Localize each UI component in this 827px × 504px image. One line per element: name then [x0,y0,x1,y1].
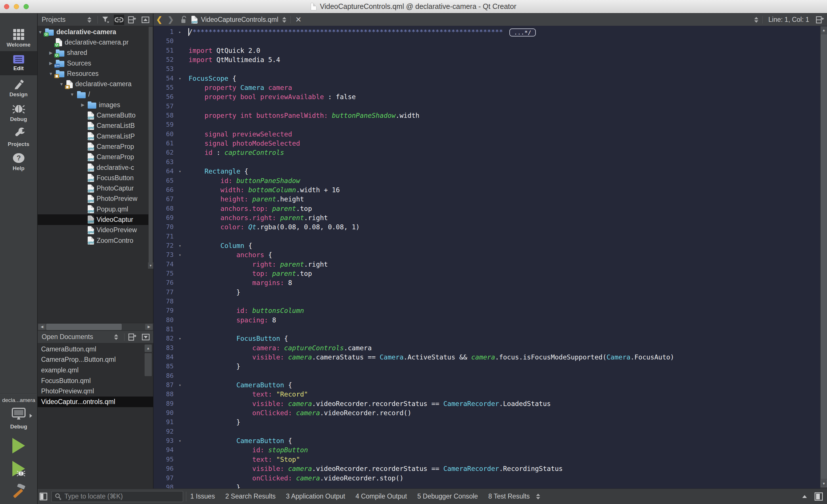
code-text: height: parent.height [186,195,304,204]
scroll-right-button[interactable]: ▶ [145,324,153,330]
fold-marker-icon[interactable]: ▾ [174,436,186,445]
run-button[interactable] [0,438,37,453]
tree-row[interactable]: ▼Qtdeclarative-camera [38,27,148,37]
line-number: 60 [153,130,174,139]
projects-panel-title[interactable]: Projects [42,16,65,23]
scroll-left-button[interactable]: ◀ [38,324,46,330]
tree-row[interactable]: ▼▦declarative-camera [38,79,148,89]
hscroll-thumb[interactable] [46,324,121,330]
code-text: width: bottomColumn.width + 16 [186,185,340,195]
fold-marker-icon[interactable]: ▾ [174,381,186,390]
editor-vertical-scrollbar[interactable]: ▲ ▼ [820,26,827,489]
code-editor[interactable]: 1▸/*************************************… [153,26,820,489]
scroll-down-button[interactable]: ▼ [821,480,827,487]
expanded-arrow-icon[interactable]: ▼ [67,92,77,97]
output-pane-tab[interactable]: 8 Test Results [488,493,530,500]
mode-projects[interactable]: Projects [0,125,37,149]
tree-row[interactable]: qmlPhotoCaptur [38,183,148,193]
fold-marker-icon[interactable]: ▾ [174,250,186,259]
open-document-item[interactable]: VideoCaptur...ontrols.qml [38,397,153,407]
output-pane-tab[interactable]: 5 Debugger Console [418,493,478,500]
open-document-item[interactable]: FocusButton.qml [38,375,153,386]
close-document-button[interactable]: ✕ [295,15,301,24]
output-pane-tab[interactable]: 3 Application Output [286,493,345,500]
tree-row[interactable]: qmlVideoPreview [38,225,148,235]
toggle-left-sidebar-button[interactable] [39,493,47,501]
open-document-item[interactable]: CameraButton.qml [38,344,153,355]
collapsed-arrow-icon[interactable]: ▶ [78,102,88,107]
split-icon[interactable] [127,15,137,25]
doclist-scroll-up-button[interactable]: ▲ [145,345,152,352]
sync-with-editor-icon[interactable] [114,15,124,25]
tree-row[interactable]: Qtdeclarative-camera.pr [38,37,148,47]
tree-horizontal-scrollbar[interactable]: ◀ ▶ [38,323,153,331]
tree-vertical-scrollbar[interactable] [149,27,153,262]
tree-row[interactable]: qmlPopup.qml [38,204,148,214]
open-document-item[interactable]: example.qml [38,365,153,375]
tree-row[interactable]: qmlVideoCaptur [38,214,148,225]
tree-row[interactable]: qmlCameraProp [38,152,148,162]
output-panes-dropdown-icon[interactable] [536,494,540,499]
tree-row[interactable]: qmlPhotoPreview [38,194,148,204]
tree-row[interactable]: qmldeclarative-c [38,162,148,173]
output-pane-tab[interactable]: 4 Compile Output [355,493,407,500]
split-editor-icon[interactable] [815,15,825,25]
tree-row[interactable]: ▶C++Sources [38,58,148,68]
fold-marker-icon[interactable]: ▾ [174,167,186,176]
tree-row[interactable]: qmlZoomContro [38,235,148,246]
open-documents-title[interactable]: Open Documents [42,333,93,341]
open-document-item[interactable]: PhotoPreview.qml [38,386,153,397]
tree-row[interactable]: qmlCameraListP [38,131,148,141]
filter-icon[interactable] [101,15,111,25]
code-line: 64▾ Rectangle { [153,167,820,176]
doclist-vertical-scrollbar[interactable] [145,353,152,376]
tree-item-label: declarative-c [97,164,134,171]
split-icon[interactable] [127,332,138,342]
fold-spacer [174,464,186,473]
code-text [186,157,189,167]
tree-row[interactable]: ▼/ [38,89,148,100]
tree-row[interactable]: ▼▦Resources [38,68,148,79]
folder-icon [88,101,96,109]
go-back-button[interactable]: ❮ [153,15,165,24]
vscroll-thumb[interactable] [821,34,827,479]
mode-debug[interactable]: Debug [0,101,37,125]
collapsed-comment-badge[interactable]: ...*/ [509,29,536,37]
mode-help[interactable]: ? Help [0,150,37,174]
fold-marker-icon[interactable]: ▸ [174,27,186,37]
fold-marker-icon[interactable]: ▾ [174,241,186,250]
code-line: 69 anchors.right: parent.right [153,213,820,222]
debug-run-button[interactable] [0,461,37,476]
cursor-position-dropdown-icon[interactable] [754,17,758,23]
mode-edit[interactable]: Edit [0,51,37,75]
output-pane-tab[interactable]: 2 Search Results [225,493,276,500]
document-selector[interactable]: qml VideoCaptureControls.qml [191,16,278,23]
tree-row[interactable]: qmlCameraProp [38,141,148,152]
kit-selector[interactable] [0,407,37,421]
locator-search[interactable] [51,491,183,502]
fold-marker-icon[interactable]: ▾ [174,74,186,83]
build-button[interactable] [0,484,37,500]
close-panel-icon[interactable] [141,332,151,342]
expand-output-pane-icon[interactable] [802,495,807,498]
document-dropdown-icon[interactable] [282,17,286,23]
cursor-position[interactable]: Line: 1, Col: 1 [768,16,809,23]
tree-scroll-down-button[interactable]: ▼ [148,262,153,269]
tree-row[interactable]: ▶images [38,100,148,110]
mode-welcome[interactable]: Welcome [0,27,37,51]
go-forward-button[interactable]: ❯ [165,15,177,24]
collapse-panel-icon[interactable] [140,15,151,25]
mode-design[interactable]: Design [0,76,37,100]
tree-row[interactable]: ▶Qtshared [38,48,148,58]
scroll-up-button[interactable]: ▲ [821,27,827,34]
output-pane-tab[interactable]: 1 Issues [190,493,215,500]
search-input[interactable] [64,493,171,500]
sort-icon[interactable] [84,15,95,25]
fold-marker-icon[interactable]: ▾ [174,334,186,343]
tree-row[interactable]: qmlFocusButton [38,173,148,183]
toggle-right-sidebar-button[interactable] [814,492,823,501]
tree-row[interactable]: qmlCameraButto [38,110,148,120]
tree-row[interactable]: qmlCameraListB [38,121,148,131]
sort-icon[interactable] [111,332,121,342]
open-document-item[interactable]: CameraProp...Button.qml [38,355,153,365]
